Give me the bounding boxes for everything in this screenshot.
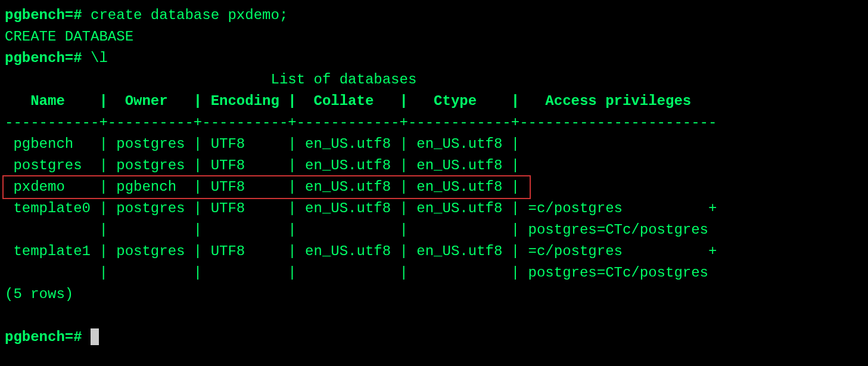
table-row: pgbench | postgres | UTF8 | en_US.utf8 |… (5, 134, 863, 155)
command-2: \l (91, 50, 108, 66)
table-title-line: List of databases (5, 69, 863, 91)
blank-line (5, 305, 863, 327)
cursor-icon (91, 328, 99, 345)
command-line-active[interactable]: pgbench=# (5, 327, 863, 348)
table-title: List of databases (270, 72, 416, 88)
command-line-2: pgbench=# \l (5, 48, 863, 69)
table-row: | | | | | postgres=CTc/postgres (5, 262, 863, 284)
table-footer: (5 rows) (5, 284, 863, 305)
prompt-1: pgbench=# (5, 7, 82, 23)
prompt-2: pgbench=# (5, 50, 82, 66)
table-row: template0 | postgres | UTF8 | en_US.utf8… (5, 198, 863, 219)
table-separator: -----------+----------+----------+------… (5, 112, 863, 134)
response-1: CREATE DATABASE (5, 26, 863, 48)
command-1: create database pxdemo; (91, 7, 288, 23)
table-headers: Name | Owner | Encoding | Collate | Ctyp… (5, 91, 863, 112)
command-line-1: pgbench=# create database pxdemo; (5, 5, 863, 26)
table-row-highlighted: pxdemo | pgbench | UTF8 | en_US.utf8 | e… (5, 176, 863, 198)
table-row: postgres | postgres | UTF8 | en_US.utf8 … (5, 155, 863, 176)
highlight-box: pxdemo | pgbench | UTF8 | en_US.utf8 | e… (2, 175, 531, 199)
table-row: | | | | | postgres=CTc/postgres (5, 219, 863, 241)
table-row: template1 | postgres | UTF8 | en_US.utf8… (5, 241, 863, 262)
prompt-active: pgbench=# (5, 329, 82, 345)
